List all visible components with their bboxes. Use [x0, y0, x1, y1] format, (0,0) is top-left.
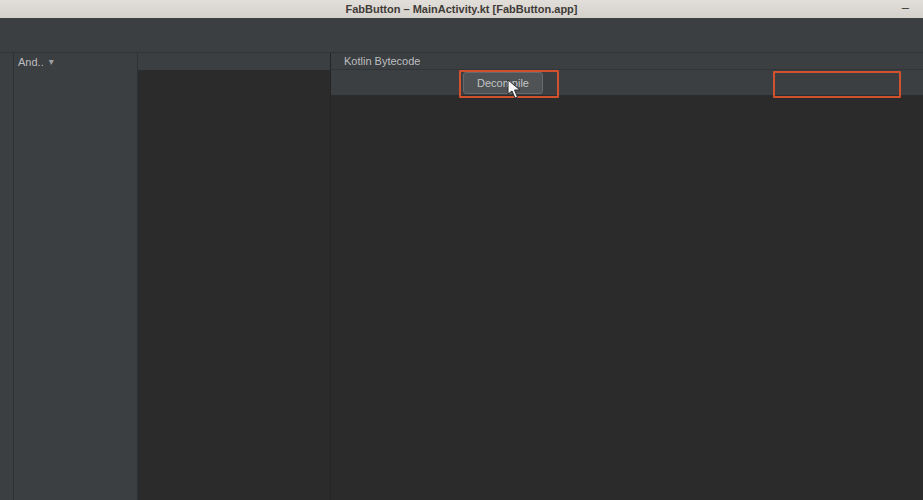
ide-window: FabButton – MainActivity.kt [FabButton.a…: [0, 0, 923, 500]
tool-window-bar: [0, 53, 14, 500]
bytecode-toolbar: Decompile: [331, 70, 923, 95]
decompile-button[interactable]: Decompile: [463, 72, 543, 94]
menu-bar: [0, 18, 923, 33]
window-title: FabButton – MainActivity.kt [FabButton.a…: [345, 3, 577, 15]
editor-panel[interactable]: [138, 70, 330, 500]
project-panel-header: And.. ▾: [14, 53, 137, 70]
kotlin-bytecode-header: Kotlin Bytecode: [331, 53, 923, 70]
kotlin-bytecode-panel: Kotlin Bytecode Decompile: [330, 53, 923, 500]
annotation-box-jvm8-target: [773, 71, 901, 98]
project-view-selector[interactable]: And..: [18, 56, 44, 68]
main-toolbar: [0, 33, 923, 53]
project-tree: [14, 70, 137, 72]
kotlin-bytecode-title: Kotlin Bytecode: [344, 55, 420, 67]
minimize-button[interactable]: –: [902, 0, 909, 15]
window-titlebar[interactable]: FabButton – MainActivity.kt [FabButton.a…: [0, 0, 923, 18]
project-tool-window: And.. ▾: [14, 53, 138, 500]
chevron-down-icon[interactable]: ▾: [49, 56, 54, 67]
editor-tabs: [138, 53, 330, 70]
bytecode-editor[interactable]: [331, 95, 923, 500]
